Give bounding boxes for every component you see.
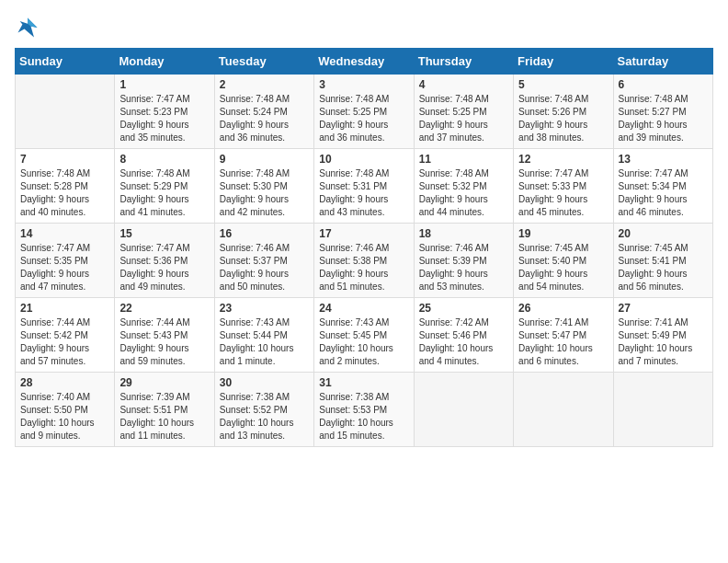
- calendar-cell: [16, 75, 115, 149]
- calendar-cell: 27Sunrise: 7:41 AM Sunset: 5:49 PM Dayli…: [613, 298, 712, 373]
- day-info: Sunrise: 7:39 AM Sunset: 5:51 PM Dayligh…: [119, 391, 209, 442]
- day-info: Sunrise: 7:48 AM Sunset: 5:30 PM Dayligh…: [220, 167, 309, 219]
- calendar-cell: 25Sunrise: 7:42 AM Sunset: 5:46 PM Dayli…: [414, 298, 513, 373]
- calendar-cell: 18Sunrise: 7:46 AM Sunset: 5:39 PM Dayli…: [414, 224, 513, 298]
- day-number: 28: [20, 376, 109, 389]
- day-number: 6: [619, 78, 708, 91]
- calendar-cell: [514, 373, 613, 447]
- day-number: 10: [319, 153, 408, 166]
- calendar-cell: 19Sunrise: 7:45 AM Sunset: 5:40 PM Dayli…: [514, 224, 613, 298]
- day-info: Sunrise: 7:43 AM Sunset: 5:44 PM Dayligh…: [220, 316, 309, 368]
- weekday-header-thursday: Thursday: [414, 49, 513, 75]
- day-info: Sunrise: 7:41 AM Sunset: 5:47 PM Dayligh…: [518, 316, 608, 368]
- day-info: Sunrise: 7:47 AM Sunset: 5:34 PM Dayligh…: [619, 167, 708, 219]
- day-info: Sunrise: 7:48 AM Sunset: 5:32 PM Dayligh…: [419, 167, 508, 219]
- day-info: Sunrise: 7:48 AM Sunset: 5:25 PM Dayligh…: [319, 93, 408, 144]
- logo-bird-icon: [15, 15, 40, 40]
- calendar-cell: 5Sunrise: 7:48 AM Sunset: 5:26 PM Daylig…: [514, 75, 613, 149]
- day-info: Sunrise: 7:41 AM Sunset: 5:49 PM Dayligh…: [619, 316, 708, 368]
- calendar-week-row: 28Sunrise: 7:40 AM Sunset: 5:50 PM Dayli…: [16, 373, 713, 447]
- calendar-week-row: 7Sunrise: 7:48 AM Sunset: 5:28 PM Daylig…: [16, 149, 713, 224]
- day-info: Sunrise: 7:48 AM Sunset: 5:27 PM Dayligh…: [619, 93, 708, 144]
- day-number: 18: [419, 227, 508, 240]
- day-info: Sunrise: 7:48 AM Sunset: 5:24 PM Dayligh…: [220, 93, 309, 144]
- day-number: 20: [619, 227, 708, 240]
- day-number: 9: [220, 153, 309, 166]
- weekday-header-saturday: Saturday: [613, 49, 712, 75]
- calendar-cell: 17Sunrise: 7:46 AM Sunset: 5:38 PM Dayli…: [314, 224, 414, 298]
- calendar-cell: 24Sunrise: 7:43 AM Sunset: 5:45 PM Dayli…: [314, 298, 414, 373]
- calendar-cell: [414, 373, 513, 447]
- day-info: Sunrise: 7:46 AM Sunset: 5:38 PM Dayligh…: [319, 242, 408, 293]
- day-info: Sunrise: 7:48 AM Sunset: 5:28 PM Dayligh…: [20, 167, 109, 219]
- day-info: Sunrise: 7:42 AM Sunset: 5:46 PM Dayligh…: [419, 316, 508, 368]
- day-info: Sunrise: 7:47 AM Sunset: 5:23 PM Dayligh…: [119, 93, 209, 144]
- calendar-cell: 28Sunrise: 7:40 AM Sunset: 5:50 PM Dayli…: [16, 373, 115, 447]
- day-number: 13: [619, 153, 708, 166]
- day-info: Sunrise: 7:38 AM Sunset: 5:52 PM Dayligh…: [220, 391, 309, 442]
- day-info: Sunrise: 7:48 AM Sunset: 5:29 PM Dayligh…: [119, 167, 209, 219]
- day-info: Sunrise: 7:40 AM Sunset: 5:50 PM Dayligh…: [20, 391, 109, 442]
- calendar-cell: 20Sunrise: 7:45 AM Sunset: 5:41 PM Dayli…: [613, 224, 712, 298]
- weekday-header-sunday: Sunday: [16, 49, 115, 75]
- calendar-table: SundayMondayTuesdayWednesdayThursdayFrid…: [15, 48, 713, 447]
- day-number: 19: [518, 227, 608, 240]
- weekday-header-friday: Friday: [514, 49, 613, 75]
- day-number: 5: [518, 78, 608, 91]
- day-info: Sunrise: 7:48 AM Sunset: 5:25 PM Dayligh…: [419, 93, 508, 144]
- calendar-cell: 12Sunrise: 7:47 AM Sunset: 5:33 PM Dayli…: [514, 149, 613, 224]
- weekday-header-wednesday: Wednesday: [314, 49, 414, 75]
- logo: [15, 15, 44, 40]
- day-number: 31: [319, 376, 408, 389]
- calendar-cell: 16Sunrise: 7:46 AM Sunset: 5:37 PM Dayli…: [214, 224, 313, 298]
- calendar-cell: 26Sunrise: 7:41 AM Sunset: 5:47 PM Dayli…: [514, 298, 613, 373]
- calendar-cell: 31Sunrise: 7:38 AM Sunset: 5:53 PM Dayli…: [314, 373, 414, 447]
- calendar-cell: 14Sunrise: 7:47 AM Sunset: 5:35 PM Dayli…: [16, 224, 115, 298]
- calendar-cell: 13Sunrise: 7:47 AM Sunset: 5:34 PM Dayli…: [613, 149, 712, 224]
- calendar-cell: 23Sunrise: 7:43 AM Sunset: 5:44 PM Dayli…: [214, 298, 313, 373]
- day-info: Sunrise: 7:43 AM Sunset: 5:45 PM Dayligh…: [319, 316, 408, 368]
- calendar-cell: 8Sunrise: 7:48 AM Sunset: 5:29 PM Daylig…: [115, 149, 214, 224]
- day-info: Sunrise: 7:38 AM Sunset: 5:53 PM Dayligh…: [319, 391, 408, 442]
- day-info: Sunrise: 7:48 AM Sunset: 5:26 PM Dayligh…: [518, 93, 608, 144]
- day-info: Sunrise: 7:46 AM Sunset: 5:37 PM Dayligh…: [220, 242, 309, 293]
- calendar-cell: [613, 373, 712, 447]
- day-number: 15: [119, 227, 209, 240]
- day-info: Sunrise: 7:44 AM Sunset: 5:43 PM Dayligh…: [119, 316, 209, 368]
- day-number: 25: [419, 302, 508, 315]
- calendar-cell: 15Sunrise: 7:47 AM Sunset: 5:36 PM Dayli…: [115, 224, 214, 298]
- day-number: 8: [119, 153, 209, 166]
- day-number: 4: [419, 78, 508, 91]
- day-number: 22: [119, 302, 209, 315]
- calendar-cell: 3Sunrise: 7:48 AM Sunset: 5:25 PM Daylig…: [314, 75, 414, 149]
- day-number: 26: [518, 302, 608, 315]
- day-number: 23: [220, 302, 309, 315]
- day-number: 3: [319, 78, 408, 91]
- day-number: 7: [20, 153, 109, 166]
- day-info: Sunrise: 7:47 AM Sunset: 5:35 PM Dayligh…: [20, 242, 109, 293]
- calendar-week-row: 21Sunrise: 7:44 AM Sunset: 5:42 PM Dayli…: [16, 298, 713, 373]
- day-number: 17: [319, 227, 408, 240]
- calendar-cell: 30Sunrise: 7:38 AM Sunset: 5:52 PM Dayli…: [214, 373, 313, 447]
- weekday-header-row: SundayMondayTuesdayWednesdayThursdayFrid…: [16, 49, 713, 75]
- day-number: 11: [419, 153, 508, 166]
- day-info: Sunrise: 7:45 AM Sunset: 5:40 PM Dayligh…: [518, 242, 608, 293]
- day-number: 14: [20, 227, 109, 240]
- calendar-cell: 21Sunrise: 7:44 AM Sunset: 5:42 PM Dayli…: [16, 298, 115, 373]
- day-info: Sunrise: 7:47 AM Sunset: 5:36 PM Dayligh…: [119, 242, 209, 293]
- day-info: Sunrise: 7:48 AM Sunset: 5:31 PM Dayligh…: [319, 167, 408, 219]
- page-header: [15, 15, 713, 40]
- day-number: 29: [119, 376, 209, 389]
- calendar-cell: 29Sunrise: 7:39 AM Sunset: 5:51 PM Dayli…: [115, 373, 214, 447]
- day-number: 21: [20, 302, 109, 315]
- calendar-week-row: 1Sunrise: 7:47 AM Sunset: 5:23 PM Daylig…: [16, 75, 713, 149]
- calendar-cell: 10Sunrise: 7:48 AM Sunset: 5:31 PM Dayli…: [314, 149, 414, 224]
- day-info: Sunrise: 7:44 AM Sunset: 5:42 PM Dayligh…: [20, 316, 109, 368]
- day-number: 27: [619, 302, 708, 315]
- calendar-cell: 11Sunrise: 7:48 AM Sunset: 5:32 PM Dayli…: [414, 149, 513, 224]
- calendar-cell: 6Sunrise: 7:48 AM Sunset: 5:27 PM Daylig…: [613, 75, 712, 149]
- day-number: 1: [119, 78, 209, 91]
- day-number: 12: [518, 153, 608, 166]
- weekday-header-monday: Monday: [115, 49, 214, 75]
- day-info: Sunrise: 7:47 AM Sunset: 5:33 PM Dayligh…: [518, 167, 608, 219]
